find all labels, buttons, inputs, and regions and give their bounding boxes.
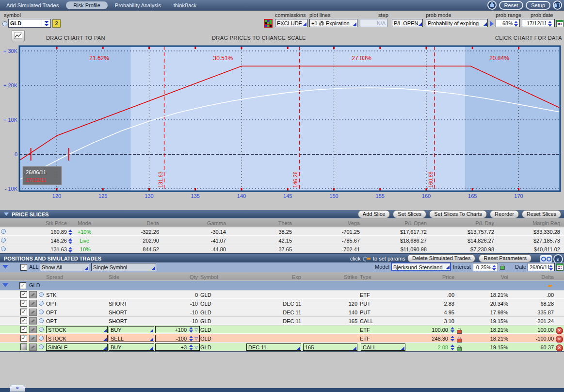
qty-field[interactable]: -100▽ (155, 335, 200, 342)
position-row[interactable]: ✓STK0GLDETF.0018.21%.00 (0, 290, 564, 299)
qty-spinner[interactable] (189, 344, 193, 350)
qty-dropdown-icon[interactable]: ▽ (194, 344, 198, 351)
position-row[interactable]: ✓OPTSHORT-10GLDDEC 11140PUT4.9517.98%335… (0, 308, 564, 316)
show-all-select[interactable]: Show All (40, 263, 89, 271)
symbol-combo[interactable]: GLD (8, 19, 51, 28)
tab-risk-profile[interactable]: Risk Profile (66, 1, 108, 9)
risk-profile-chart[interactable]: 131.63146.26160.8921.62%30.51%27.03%20.8… (0, 44, 564, 206)
color-grid-icon[interactable] (264, 19, 273, 28)
slice-mode[interactable]: Live (74, 237, 95, 245)
reset-button[interactable]: Reset (499, 1, 524, 10)
simulated-trade-row[interactable]: SINGLEBUY+3▽GLDDEC 11165CALL2.0819.15%60… (0, 343, 564, 351)
button-set-slices-to-charts[interactable]: Set Slices To Charts (429, 210, 487, 218)
price-field[interactable]: 248.30 (406, 335, 454, 343)
side-select[interactable]: BUY (109, 343, 154, 351)
tab-add-simulated-trades[interactable]: Add Simulated Trades (0, 1, 65, 9)
slice-price-spinner[interactable] (68, 247, 72, 253)
price-slice-row[interactable]: 131.63 -10% 844.52 -44.80 37.65 -702.41 … (0, 245, 564, 253)
interest-spinner[interactable] (492, 265, 496, 271)
button-delete-simulated-trades[interactable]: Delete Simulated Trades (407, 254, 475, 262)
qty-dropdown-icon[interactable]: ▽ (194, 327, 198, 333)
setup-button[interactable]: Setup (526, 1, 550, 10)
row-link-dot[interactable] (39, 301, 44, 306)
slice-link-dot[interactable] (1, 229, 6, 234)
price-lock-icon[interactable] (457, 337, 461, 343)
sim-link-dot[interactable] (39, 336, 44, 341)
simulated-trade-row[interactable]: ✓STOCKBUY+100▽GLDETF100.0018.21%100.00✕ (0, 325, 564, 334)
type-select[interactable]: CALL (361, 343, 405, 351)
slice-link-dot[interactable] (1, 238, 6, 243)
delete-trade-button[interactable]: ✕ (556, 327, 563, 334)
row-checkbox[interactable]: ✓ (20, 300, 27, 307)
qty-field[interactable]: +3▽ (155, 343, 200, 351)
collapse-all-icon[interactable] (2, 265, 8, 269)
scroll-up-button[interactable]: » (10, 385, 25, 392)
slice-price-spinner[interactable] (68, 238, 72, 244)
detach-button[interactable] (553, 0, 562, 10)
print-button[interactable] (487, 0, 497, 10)
position-row[interactable]: ✓OPTSHORT-10GLDDEC 11120PUT2.8320.34%68.… (0, 299, 564, 308)
spread-select[interactable]: SINGLE (46, 343, 108, 351)
prob-range-spinner[interactable] (514, 21, 518, 27)
price-spinner[interactable] (451, 336, 454, 342)
row-link-dot[interactable] (39, 310, 44, 314)
price-slice-row[interactable]: 146.26 Live 202.90 -41.07 42.15 -785.67 … (0, 236, 564, 245)
delete-trade-button[interactable]: ✕ (556, 344, 563, 352)
symbol-link-dot[interactable] (2, 21, 7, 26)
qty-spinner[interactable] (189, 327, 193, 333)
group-checkbox[interactable]: ✓ (19, 282, 26, 289)
row-params-button[interactable] (29, 300, 37, 307)
price-slice-row[interactable]: 160.89 +10% -322.26 -30.14 38.25 -701.25… (0, 227, 564, 236)
tab-thinkback[interactable]: thinkBack (167, 1, 203, 9)
prob-date-field[interactable]: 17/12/11 (522, 19, 555, 27)
qty-dropdown-icon[interactable]: ▽ (194, 335, 198, 342)
sim-checkbox[interactable]: ✓ (20, 326, 27, 333)
sim-params-button[interactable] (29, 335, 37, 342)
row-params-button[interactable] (29, 309, 37, 316)
symbol-group-row[interactable]: ✓ GLD (0, 281, 564, 290)
qty-field[interactable]: +100▽ (155, 326, 200, 333)
button-set-slices[interactable]: Set Slices (393, 210, 426, 218)
prob-range-field[interactable]: 68% (496, 19, 520, 27)
symbol-mode-select[interactable]: Single Symbol (91, 263, 156, 271)
price-lock-icon[interactable] (457, 345, 461, 351)
date-spinner[interactable] (549, 265, 553, 271)
sim-params-button[interactable] (29, 326, 37, 333)
sim-checkbox[interactable] (20, 343, 27, 350)
button-reset-parameters[interactable]: Reset Parameters (479, 254, 532, 262)
price-spinner[interactable] (451, 327, 454, 333)
price-field[interactable]: 100.00 (406, 326, 454, 334)
sim-link-dot[interactable] (39, 344, 44, 349)
button-reorder[interactable]: Reorder (490, 210, 519, 218)
position-row[interactable]: ✓OPTSHORT-10GLDDEC 11165CALL3.1019.15%-2… (0, 316, 564, 325)
row-checkbox[interactable]: ✓ (20, 317, 27, 324)
sim-params-button[interactable] (29, 343, 37, 351)
slice-price[interactable]: 160.89 (7, 228, 67, 236)
date-field[interactable]: 26/06/11 (528, 263, 555, 271)
sim-link-dot[interactable] (39, 327, 44, 332)
simulated-trade-row[interactable]: ✓STOCKSELL-100▽GLDETF248.3018.21%-100.00… (0, 334, 564, 343)
commissions-select[interactable]: EXCLUDE (275, 19, 307, 27)
prob-date-spinner[interactable] (548, 21, 552, 27)
group-collapse-icon[interactable] (2, 283, 8, 287)
row-checkbox[interactable]: ✓ (20, 309, 27, 315)
side-select[interactable]: BUY (109, 326, 154, 333)
price-lock-icon[interactable] (457, 328, 461, 334)
exp-select[interactable]: DEC 11 (246, 343, 301, 351)
interest-lock-icon[interactable] (500, 264, 504, 270)
pl-mode-select[interactable]: P/L OPEN (392, 19, 423, 27)
row-link-dot[interactable] (39, 292, 44, 297)
slice-mode[interactable]: -10% (74, 245, 95, 253)
button-add-slice[interactable]: Add Slice (358, 210, 390, 218)
slice-link-dot[interactable] (1, 246, 6, 251)
collapse-triangle-icon[interactable] (4, 212, 9, 216)
all-checkbox[interactable]: ✓ (20, 264, 27, 271)
interest-field[interactable]: 0.25% (473, 263, 498, 271)
qty-spinner[interactable] (189, 336, 193, 342)
button-reset-slices[interactable]: Reset Slices (522, 210, 561, 218)
sim-checkbox[interactable]: ✓ (20, 335, 27, 342)
plot-lines-select[interactable]: +1 @ Expiration (309, 19, 357, 27)
delete-trade-button[interactable]: ✕ (556, 336, 563, 343)
link-group-badge[interactable]: 2 (52, 19, 61, 28)
side-select[interactable]: SELL (109, 335, 154, 342)
